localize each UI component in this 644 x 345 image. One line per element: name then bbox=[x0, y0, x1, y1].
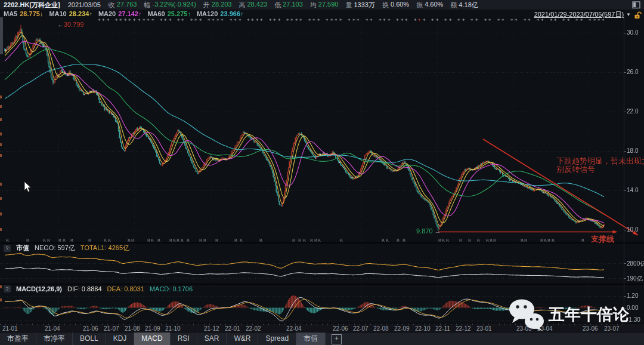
x-axis-label: 22-10 bbox=[415, 325, 431, 332]
x-axis-label: 21-01 bbox=[2, 325, 18, 332]
x-axis-label: 22-12 bbox=[456, 325, 471, 332]
wechat-icon bbox=[508, 298, 545, 331]
x-axis-label: 22-08 bbox=[373, 325, 389, 332]
tab-BOLL[interactable]: BOLL bbox=[73, 332, 106, 345]
ma-indicator: MA12023.966↑ bbox=[197, 10, 244, 17]
quote-field-value: 1333万 bbox=[354, 1, 374, 10]
ma-value: 27.142↑ bbox=[118, 10, 141, 17]
high-price-value: 30.799 bbox=[64, 21, 84, 28]
macd-value: MACD: 0.1706 bbox=[150, 285, 193, 292]
ma-indicator: MA2027.142↑ bbox=[98, 10, 142, 17]
total-cap-value: TOTAL1: 4265亿 bbox=[80, 244, 129, 252]
macd-panel-header: ? MACD(12,26,9) DIF: 0.8884 DEA: 0.8031 … bbox=[4, 285, 193, 292]
quote-field-label: 收 bbox=[109, 1, 115, 10]
ma-indicator: MA1028.234↑ bbox=[49, 10, 92, 17]
quote-field-value: -3.22%(-0.924) bbox=[152, 1, 196, 10]
left-arrow-icon: ← bbox=[57, 21, 64, 28]
x-axis-label: 21-10 bbox=[165, 325, 181, 332]
chevron-down-icon[interactable]: ▼ bbox=[626, 12, 631, 17]
title-bar: 2202.HK[万科企业] 2021/03/05 收27.763幅-3.22%(… bbox=[0, 0, 644, 10]
tab-SAR[interactable]: SAR bbox=[197, 332, 227, 345]
quote-field: 收27.763 bbox=[109, 1, 137, 10]
quote-field-label: 振 bbox=[416, 1, 423, 10]
quote-field-value: 4.60% bbox=[425, 1, 443, 10]
x-axis-label: 22-11 bbox=[435, 325, 450, 332]
cap-axis-label: 190亿 bbox=[627, 275, 643, 283]
quote-field: 低27.103 bbox=[274, 1, 303, 10]
ma-value: 25.275↑ bbox=[168, 10, 191, 17]
quote-field-value: 27.103 bbox=[283, 1, 303, 10]
tab-市净率[interactable]: 市净率 bbox=[36, 332, 73, 345]
tab-市值[interactable]: 市值 bbox=[296, 332, 326, 345]
nego-cap-value: NEGO: 597亿 bbox=[35, 244, 75, 252]
indicator-tab-bar: 市盈率市净率BOLLKDJMACDRSISARW&RSpread市值 + bbox=[0, 332, 644, 345]
macd-title: MACD(12,26,9) bbox=[16, 285, 62, 292]
x-axis-label: 21-06 bbox=[83, 325, 98, 332]
price-axis-label: 10.0 bbox=[627, 226, 638, 233]
date-range-control[interactable]: 2021/01/29-2023/07/05(597日) ▼ bbox=[534, 10, 642, 19]
x-axis-label: 22-06 bbox=[333, 325, 348, 332]
quote-field-label: 额 bbox=[450, 1, 457, 10]
tab-W&R[interactable]: W&R bbox=[227, 332, 258, 345]
ma-indicator: MA6025.275↑ bbox=[147, 10, 191, 17]
tab-Spread[interactable]: Spread bbox=[258, 332, 296, 345]
ticker-symbol: 2202.HK[万科企业] bbox=[4, 1, 60, 10]
help-icon[interactable]: ? bbox=[4, 285, 11, 292]
price-axis-label: 18.0 bbox=[627, 147, 638, 154]
x-axis-label: 21-07 bbox=[104, 325, 119, 332]
quote-field-label: 量 bbox=[345, 1, 352, 10]
high-price-marker: ←30.799 bbox=[57, 21, 84, 28]
ma-label: MA5 bbox=[4, 10, 17, 17]
date-range-text[interactable]: 2021/01/29-2023/07/05(597日) bbox=[534, 10, 624, 19]
quote-field: 换0.60% bbox=[382, 1, 409, 10]
quote-field-value: 4.18亿 bbox=[459, 1, 478, 10]
quote-field: 幅-3.22%(-0.924) bbox=[144, 1, 196, 10]
ma-value: 28.234↑ bbox=[69, 10, 92, 17]
quote-field: 开28.203 bbox=[203, 1, 232, 10]
quote-field-value: 27.763 bbox=[117, 1, 137, 10]
dif-value: DIF: 0.8884 bbox=[67, 285, 101, 292]
watermark-text: 五年十倍论 bbox=[549, 304, 629, 325]
x-axis-label: 21-04 bbox=[45, 325, 60, 332]
price-axis-label: 30.0 bbox=[627, 29, 638, 36]
price-axis-label: 14.0 bbox=[627, 187, 638, 193]
stock-chart-app-window: 2202.HK[万科企业] 2021/03/05 收27.763幅-3.22%(… bbox=[0, 0, 644, 345]
chart-canvas[interactable] bbox=[0, 0, 644, 345]
cap-axis-label: 2800亿 bbox=[627, 260, 644, 268]
unlock-icon[interactable] bbox=[633, 11, 642, 19]
quote-field-label: 幅 bbox=[144, 1, 150, 10]
x-axis-label: 21-08 bbox=[125, 325, 140, 332]
x-axis-label: 22-01 bbox=[225, 325, 240, 332]
panel-layout-icon[interactable] bbox=[632, 1, 640, 9]
price-axis-label: 26.0 bbox=[627, 69, 638, 75]
x-axis-label: 22-02 bbox=[246, 325, 261, 332]
quote-field-label: 高 bbox=[239, 1, 246, 10]
ma-label: MA120 bbox=[197, 10, 218, 17]
ma-label: MA60 bbox=[147, 10, 165, 17]
tab-RSI[interactable]: RSI bbox=[171, 332, 197, 345]
quote-field-value: 28.203 bbox=[212, 1, 232, 10]
quote-field: 量1333万 bbox=[345, 1, 374, 10]
x-axis-label: 22-07 bbox=[353, 325, 369, 332]
low-price-value: 9.870 bbox=[416, 227, 433, 235]
quote-field: 额4.18亿 bbox=[450, 1, 478, 10]
x-axis-label: 22-09 bbox=[394, 325, 410, 332]
tab-市盈率[interactable]: 市盈率 bbox=[0, 332, 36, 345]
dea-value: DEA: 0.8031 bbox=[107, 285, 144, 292]
low-price-marker: 9.870 → bbox=[416, 227, 441, 235]
quote-field: 振4.60% bbox=[416, 1, 443, 10]
quote-field-value: 28.423 bbox=[247, 1, 268, 10]
quote-field-value: 27.590 bbox=[318, 1, 339, 10]
quote-field: 高28.423 bbox=[239, 1, 268, 10]
quote-date: 2021/03/05 bbox=[68, 1, 101, 8]
tab-KDJ[interactable]: KDJ bbox=[106, 332, 135, 345]
quote-field-label: 均 bbox=[310, 1, 317, 10]
x-axis-label: 21-12 bbox=[204, 325, 219, 332]
support-line-label: 支撑线 bbox=[591, 234, 614, 245]
marketcap-title: 市值 bbox=[16, 244, 29, 252]
tab-MACD[interactable]: MACD bbox=[134, 332, 170, 345]
help-icon[interactable]: ? bbox=[4, 245, 11, 252]
x-axis-label: 23-01 bbox=[476, 325, 492, 332]
quote-field: 均27.590 bbox=[310, 1, 339, 10]
add-indicator-icon[interactable]: + bbox=[332, 334, 342, 344]
